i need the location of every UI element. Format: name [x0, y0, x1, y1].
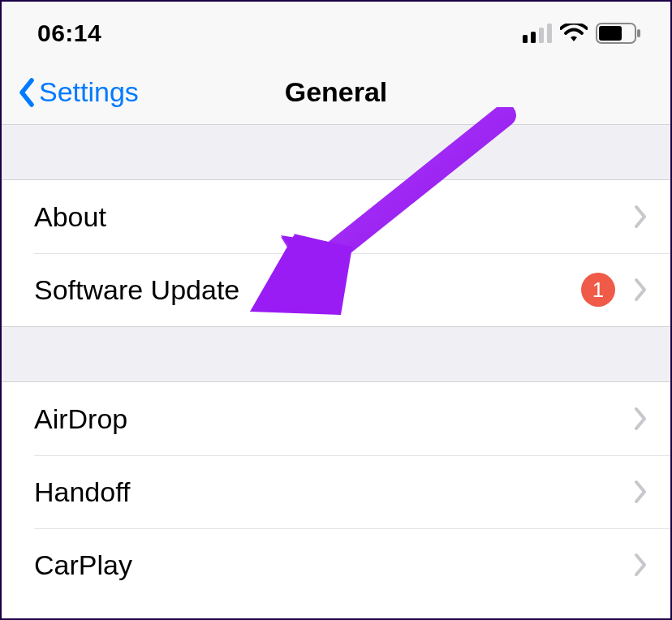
row-label: CarPlay — [34, 549, 132, 581]
svg-rect-5 — [599, 26, 622, 41]
chevron-left-icon — [18, 78, 36, 107]
software-update-row[interactable]: Software Update 1 — [2, 253, 670, 326]
chevron-right-icon — [633, 277, 648, 303]
status-time: 06:14 — [37, 19, 101, 47]
status-indicators — [523, 23, 641, 44]
battery-icon — [596, 23, 641, 44]
svg-rect-2 — [539, 28, 544, 43]
about-row[interactable]: About — [2, 180, 670, 253]
carplay-row[interactable]: CarPlay — [2, 528, 670, 601]
row-label: AirDrop — [34, 403, 127, 435]
svg-rect-0 — [523, 35, 528, 43]
section-spacer — [2, 327, 670, 382]
status-bar: 06:14 — [2, 2, 670, 60]
svg-rect-6 — [637, 29, 640, 37]
notification-badge: 1 — [581, 273, 615, 307]
settings-group-2: AirDrop Handoff CarPlay — [2, 382, 670, 601]
nav-bar: Settings General — [2, 60, 670, 125]
wifi-icon — [560, 24, 588, 43]
page-title: General — [285, 76, 388, 108]
row-label: Handoff — [34, 476, 130, 508]
chevron-right-icon — [633, 552, 648, 578]
chevron-right-icon — [633, 406, 648, 432]
airdrop-row[interactable]: AirDrop — [2, 382, 670, 455]
row-label: Software Update — [34, 274, 239, 306]
row-label: About — [34, 201, 106, 233]
back-button[interactable]: Settings — [18, 76, 139, 108]
chevron-right-icon — [633, 479, 648, 505]
section-spacer — [2, 125, 670, 180]
cellular-signal-icon — [523, 24, 552, 43]
back-label: Settings — [39, 76, 139, 108]
chevron-right-icon — [633, 204, 648, 230]
svg-rect-1 — [531, 32, 536, 43]
settings-group-1: About Software Update 1 — [2, 180, 670, 327]
handoff-row[interactable]: Handoff — [2, 455, 670, 528]
svg-rect-3 — [547, 24, 552, 43]
